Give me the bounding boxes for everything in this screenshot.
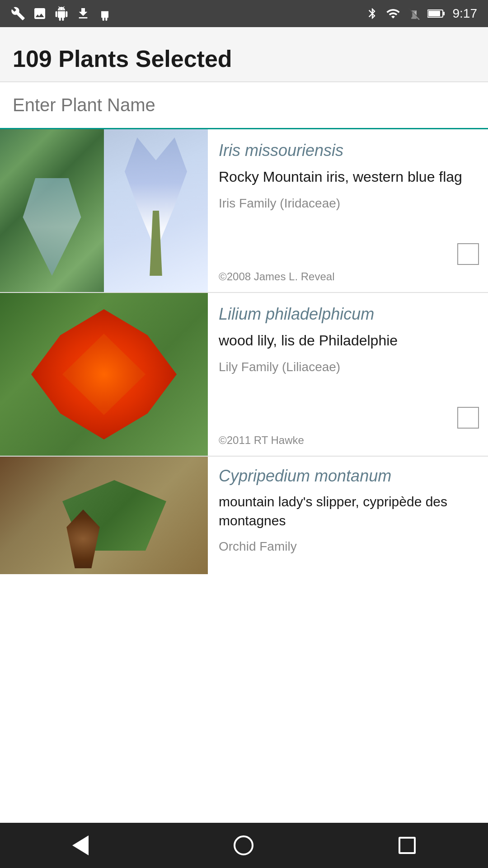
signal-icon — [408, 7, 420, 20]
plant-item[interactable]: Lilium philadelphicum wood lily, lis de … — [0, 293, 488, 457]
home-icon — [234, 835, 253, 855]
plant-copyright: ©2011 RT Hawke — [219, 429, 477, 447]
status-bar: 9:17 — [0, 0, 488, 27]
plant-info: Lilium philadelphicum wood lily, lis de … — [208, 293, 488, 456]
plant-item-partial[interactable]: Cypripedium montanum mountain lady's sli… — [0, 457, 488, 574]
plant-images — [0, 293, 208, 456]
recents-icon — [399, 837, 416, 854]
bluetooth-icon — [366, 7, 379, 20]
plant-common-name: Rocky Mountain iris, western blue flag — [219, 167, 477, 187]
status-time: 9:17 — [453, 6, 478, 21]
svg-rect-1 — [443, 12, 445, 15]
back-icon — [72, 835, 89, 855]
search-container[interactable] — [0, 82, 488, 129]
download-icon — [76, 6, 90, 21]
plant-scientific-name: Cypripedium montanum — [219, 466, 477, 487]
wifi-icon — [386, 6, 400, 21]
plant-scientific-name: Lilium philadelphicum — [219, 304, 477, 325]
wrench-icon — [11, 6, 25, 21]
header: 109 Plants Selected — [0, 27, 488, 82]
plant-image — [0, 457, 208, 574]
plant-image-1 — [0, 129, 104, 292]
plant-family: Lily Family (Liliaceae) — [219, 358, 477, 429]
plant-checkbox[interactable] — [457, 407, 479, 429]
plant-checkbox[interactable] — [457, 243, 479, 265]
plant-family: Iris Family (Iridaceae) — [219, 194, 477, 265]
plant-item[interactable]: Iris missouriensis Rocky Mountain iris, … — [0, 129, 488, 293]
plant-image-2 — [104, 129, 208, 292]
plant-images — [0, 129, 208, 292]
battery-icon — [427, 7, 446, 20]
android-icon-2 — [98, 6, 112, 21]
page-title: 109 Plants Selected — [13, 45, 475, 72]
plant-info: Iris missouriensis Rocky Mountain iris, … — [208, 129, 488, 292]
plant-common-name: mountain lady's slipper, cypripède des m… — [219, 492, 477, 530]
search-input[interactable] — [13, 82, 475, 128]
image-icon — [33, 6, 47, 21]
nav-recents-button[interactable] — [399, 837, 416, 854]
plant-common-name: wood lily, lis de Philadelphie — [219, 330, 477, 351]
status-icons-right: 9:17 — [366, 6, 478, 21]
android-icon — [54, 6, 69, 21]
plant-image — [0, 293, 208, 456]
nav-home-button[interactable] — [234, 835, 253, 855]
nav-back-button[interactable] — [72, 835, 89, 855]
plant-copyright: ©2008 James L. Reveal — [219, 265, 477, 283]
plant-list: Iris missouriensis Rocky Mountain iris, … — [0, 129, 488, 823]
plant-family: Orchid Family — [219, 538, 477, 565]
plant-info: Cypripedium montanum mountain lady's sli… — [208, 457, 488, 574]
plant-scientific-name: Iris missouriensis — [219, 140, 477, 161]
navigation-bar — [0, 823, 488, 868]
svg-rect-2 — [428, 11, 440, 16]
status-icons-left — [11, 6, 112, 21]
plant-images — [0, 457, 208, 574]
